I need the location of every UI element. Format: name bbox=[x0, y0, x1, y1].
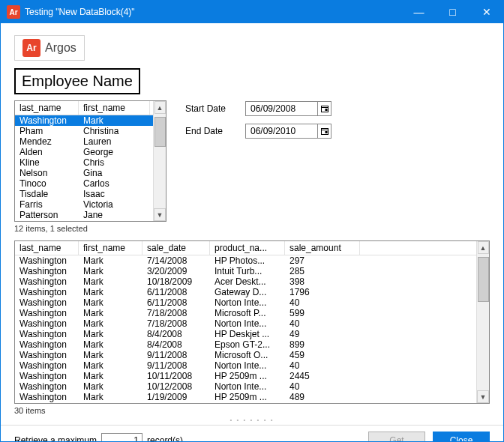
cell-first-name: Gina bbox=[79, 168, 150, 178]
dcol-amount[interactable]: sale_amount bbox=[285, 241, 360, 255]
scroll-up-button[interactable]: ▲ bbox=[154, 101, 166, 114]
dcell-last: Washington bbox=[15, 329, 79, 339]
details-header[interactable]: last_namefirst_namesale_dateproduct_na..… bbox=[15, 241, 476, 255]
dcell-product: Norton Inte... bbox=[210, 318, 285, 329]
svg-rect-5 bbox=[325, 131, 327, 133]
dcell-date: 7/14/2008 bbox=[142, 255, 210, 266]
dcell-last: Washington bbox=[15, 308, 79, 318]
get-button[interactable]: Get bbox=[368, 432, 425, 442]
details-scroll-down-button[interactable]: ▼ bbox=[477, 390, 489, 403]
details-row[interactable]: WashingtonMark7/14/2008HP Photos...297 bbox=[15, 255, 476, 266]
dcell-product: HP Deskjet ... bbox=[210, 329, 285, 339]
end-date-picker-icon[interactable] bbox=[317, 124, 331, 138]
employee-list-row[interactable]: KlineChris bbox=[15, 157, 153, 168]
dcell-amount: 40 bbox=[285, 297, 360, 308]
retrieve-prefix: Retrieve a maximum bbox=[14, 435, 97, 442]
dcell-amount: 899 bbox=[285, 339, 360, 350]
start-date-field[interactable]: 06/09/2008 bbox=[245, 101, 332, 116]
minimize-button[interactable]: ― bbox=[402, 1, 436, 23]
details-row[interactable]: WashingtonMark7/18/2008Microsoft P...599 bbox=[15, 308, 476, 318]
end-date-value[interactable]: 06/09/2010 bbox=[246, 126, 317, 136]
details-row[interactable]: WashingtonMark10/18/2009Acer Deskt...398 bbox=[15, 276, 476, 287]
dcell-first: Mark bbox=[79, 318, 142, 329]
dcell-amount: 599 bbox=[285, 308, 360, 318]
resize-grip[interactable]: • • • • • • • bbox=[14, 417, 490, 423]
cell-first-name: Chris bbox=[79, 157, 150, 168]
details-row[interactable]: WashingtonMark3/20/2009Intuit Turb...285 bbox=[15, 266, 476, 276]
dcell-product: Microsoft P... bbox=[210, 308, 285, 318]
employee-listbox[interactable]: last_namefirst_nameWashingtonMarkPhamChr… bbox=[14, 100, 166, 222]
employee-list-row[interactable]: AldenGeorge bbox=[15, 147, 153, 157]
dcol-product[interactable]: product_na... bbox=[210, 241, 285, 255]
details-scroll-up-button[interactable]: ▲ bbox=[478, 241, 489, 254]
app-icon: Ar bbox=[7, 5, 20, 19]
employee-list-row[interactable]: TinocoCarlos bbox=[15, 178, 153, 189]
dcol-last-name[interactable]: last_name bbox=[15, 241, 79, 255]
employee-list-row[interactable]: NelsonGina bbox=[15, 168, 153, 178]
cell-last-name: Tinoco bbox=[15, 178, 79, 189]
dcell-product: Norton Inte... bbox=[210, 381, 285, 392]
details-grid[interactable]: last_namefirst_namesale_dateproduct_na..… bbox=[14, 240, 490, 404]
dcell-date: 7/18/2008 bbox=[142, 318, 210, 329]
dcell-amount: 285 bbox=[285, 266, 360, 276]
details-row[interactable]: WashingtonMark8/4/2008HP Deskjet ...49 bbox=[15, 329, 476, 339]
cell-first-name: Jane bbox=[79, 210, 150, 220]
details-row[interactable]: WashingtonMark7/18/2008Norton Inte...40 bbox=[15, 318, 476, 329]
details-row[interactable]: WashingtonMark10/11/2008HP 2509m ...2445 bbox=[15, 371, 476, 381]
start-date-value[interactable]: 06/09/2008 bbox=[246, 103, 317, 114]
dcell-amount: 40 bbox=[285, 360, 360, 371]
retrieve-max-input[interactable] bbox=[101, 433, 142, 442]
cell-first-name: Carlos bbox=[79, 178, 150, 189]
details-scroll-thumb[interactable] bbox=[478, 257, 489, 302]
close-button[interactable]: Close bbox=[433, 432, 490, 442]
details-row[interactable]: WashingtonMark1/19/2009HP 2509m ...489 bbox=[15, 392, 476, 402]
employee-list-row[interactable]: FarrisVictoria bbox=[15, 199, 153, 210]
dcell-amount: 459 bbox=[285, 350, 360, 360]
end-date-field[interactable]: 06/09/2010 bbox=[245, 124, 332, 139]
details-row[interactable]: WashingtonMark6/11/2008Norton Inte...40 bbox=[15, 297, 476, 308]
cell-first-name: Christina bbox=[79, 126, 150, 136]
dcell-first: Mark bbox=[79, 381, 142, 392]
dcell-date: 1/19/2009 bbox=[142, 392, 210, 402]
scroll-thumb[interactable] bbox=[154, 117, 166, 147]
employee-name-heading-box: Employee Name bbox=[14, 68, 140, 94]
employee-list-row[interactable]: PattersonJane bbox=[15, 210, 153, 220]
cell-first-name: George bbox=[79, 147, 150, 157]
employee-list-row[interactable]: PhamChristina bbox=[15, 126, 153, 136]
details-row[interactable]: WashingtonMark8/4/2008Epson GT-2...899 bbox=[15, 339, 476, 350]
dcell-product: Norton Inte... bbox=[210, 297, 285, 308]
titlebar: Ar Testing "New DataBlock(4)" ― □ ✕ bbox=[1, 1, 503, 23]
cell-last-name: Kline bbox=[15, 157, 79, 168]
dcell-last: Washington bbox=[15, 297, 79, 308]
details-row[interactable]: WashingtonMark9/11/2008Microsoft O...459 bbox=[15, 350, 476, 360]
employee-list-header[interactable]: last_namefirst_name bbox=[15, 101, 153, 115]
start-date-picker-icon[interactable] bbox=[317, 102, 331, 115]
dcell-last: Washington bbox=[15, 276, 79, 287]
dcell-date: 10/11/2008 bbox=[142, 371, 210, 381]
employee-list-status: 12 items, 1 selected bbox=[14, 224, 166, 233]
col-last-name[interactable]: last_name bbox=[15, 101, 79, 115]
cell-first-name: Victoria bbox=[79, 199, 150, 210]
close-window-button[interactable]: ✕ bbox=[470, 1, 503, 23]
dcell-amount: 2445 bbox=[285, 371, 360, 381]
maximize-button[interactable]: □ bbox=[436, 1, 470, 23]
employee-list-row[interactable]: TisdaleIsaac bbox=[15, 189, 153, 199]
details-row[interactable]: WashingtonMark10/12/2008Norton Inte...40 bbox=[15, 381, 476, 392]
dcell-last: Washington bbox=[15, 339, 79, 350]
dcell-product: HP Photos... bbox=[210, 255, 285, 266]
col-first-name[interactable]: first_name bbox=[79, 101, 150, 115]
details-row[interactable]: WashingtonMark9/11/2008Norton Inte...40 bbox=[15, 360, 476, 371]
cell-last-name: Tisdale bbox=[15, 189, 79, 199]
employee-list-scrollbar[interactable]: ▲ ▼ bbox=[153, 101, 166, 221]
scroll-down-button[interactable]: ▼ bbox=[154, 208, 166, 221]
employee-list-row[interactable]: WashingtonMark bbox=[15, 115, 153, 126]
details-row[interactable]: WashingtonMark6/11/2008Gateway D...1796 bbox=[15, 287, 476, 297]
details-scrollbar[interactable]: ▲ ▼ bbox=[476, 241, 489, 403]
employee-name-heading: Employee Name bbox=[22, 73, 133, 89]
dcell-amount: 1796 bbox=[285, 287, 360, 297]
dcol-first-name[interactable]: first_name bbox=[79, 241, 142, 255]
employee-list-row[interactable]: MendezLauren bbox=[15, 136, 153, 147]
cell-first-name: Mark bbox=[79, 115, 150, 126]
dcell-last: Washington bbox=[15, 318, 79, 329]
dcol-sale-date[interactable]: sale_date bbox=[142, 241, 210, 255]
